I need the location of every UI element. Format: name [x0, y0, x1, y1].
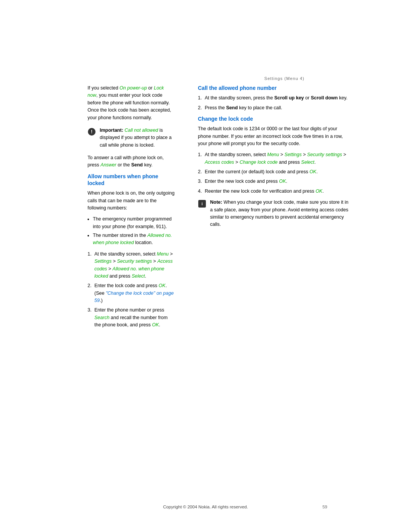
security-settings-link-1: Security settings — [117, 259, 152, 264]
allow-step-3: Enter the phone number or press Search a… — [88, 307, 175, 329]
search-link: Search — [94, 315, 110, 320]
ok-link-3: OK — [309, 169, 316, 174]
note-label: Note: — [210, 200, 222, 205]
page-number: 59 — [322, 505, 327, 509]
security-settings-link-2: Security settings — [307, 152, 342, 157]
call-step-1: At the standby screen, press the Scroll … — [198, 94, 350, 102]
page: Settings (Menu 4) If you selected On pow… — [0, 0, 411, 532]
settings-link-2: Settings — [285, 152, 302, 157]
lockcode-step-1: At the standby screen, select Menu > Set… — [198, 151, 350, 166]
call-not-allowed-link: Call not allowed — [124, 128, 158, 133]
ok-link-1: OK — [159, 283, 166, 288]
lockcode-step-3: Enter the new lock code and press OK. — [198, 178, 350, 185]
send-key-label: Send — [131, 162, 143, 168]
lockcode-note-box: i Note: When you change your lock code, … — [198, 199, 350, 228]
footer-copyright: Copyright © 2004 Nokia. All rights reser… — [163, 505, 248, 509]
lockcode-step-2: Enter the current (or default) lock code… — [198, 168, 350, 176]
ok-link-4: OK — [279, 179, 286, 184]
ok-link-2: OK — [152, 322, 159, 328]
important-label: Important: — [100, 128, 123, 133]
answer-link: Answer — [100, 162, 116, 168]
call-steps: At the standby screen, press the Scroll … — [198, 94, 350, 112]
change-lock-code-ref: "Change the lock code" on page 59 — [94, 291, 174, 303]
access-codes-link-2: Access codes — [205, 160, 234, 165]
settings-link-1: Settings — [94, 259, 112, 264]
intro-link-powerup: On power-up — [119, 85, 147, 91]
right-column: Call the allowed phone number At the sta… — [186, 85, 373, 333]
answer-paragraph: To answer a call with phone lock on, pre… — [88, 154, 175, 169]
note-icon: i — [198, 200, 207, 209]
left-column: If you selected On power-up or Lock now,… — [0, 85, 186, 333]
select-link-1: Select — [132, 273, 145, 279]
important-note-box: ! Important: Call not allowed is display… — [88, 127, 175, 149]
intro-paragraph: If you selected On power-up or Lock now,… — [88, 85, 175, 121]
svg-text:i: i — [201, 201, 202, 206]
menu-link-1: Menu — [157, 251, 169, 257]
scroll-down-key: Scroll down — [311, 95, 338, 101]
lockcode-note-text: Note: When you change your lock code, ma… — [210, 199, 350, 228]
select-link-2: Select — [301, 160, 314, 165]
bullet-emergency: The emergency number programmed into you… — [93, 216, 175, 230]
allow-step-2: Enter the lock code and press OK. (See "… — [88, 282, 175, 304]
send-key-2: Send — [226, 105, 238, 110]
call-step-2: Press the Send key to place the call. — [198, 104, 350, 112]
allow-steps: At the standby screen, select Menu > Set… — [88, 251, 175, 329]
important-icon: ! — [88, 128, 97, 137]
lockcode-intro-text: The default lock code is 1234 or 0000 or… — [198, 125, 350, 147]
header-title: Settings (Menu 4) — [264, 76, 304, 81]
important-note-text: Important: Call not allowed is displayed… — [100, 127, 175, 149]
svg-text:!: ! — [91, 129, 92, 134]
allow-bullets: The emergency number programmed into you… — [93, 216, 175, 247]
scroll-up-key: Scroll up key — [274, 95, 304, 101]
section-heading-allow: Allow numbers when phone locked — [88, 173, 175, 187]
menu-link-2: Menu — [267, 152, 279, 157]
section-heading-lockcode: Change the lock code — [198, 115, 350, 122]
page-header: Settings (Menu 4) — [0, 0, 411, 85]
lockcode-steps: At the standby screen, select Menu > Set… — [198, 151, 350, 195]
allow-intro-text: When phone lock is on, the only outgoing… — [88, 190, 175, 212]
ok-link-5: OK — [315, 189, 322, 194]
section-heading-call: Call the allowed phone number — [198, 85, 350, 91]
change-lock-link: Change lock code — [239, 160, 277, 165]
bullet-allowed-number: The number stored in the Allowed no. whe… — [93, 232, 175, 247]
lockcode-step-4: Reenter the new lock code for verificati… — [198, 188, 350, 195]
content-area: If you selected On power-up or Lock now,… — [0, 85, 411, 333]
allow-step-1: At the standby screen, select Menu > Set… — [88, 251, 175, 280]
allowed-no-link: Allowed no. when phone locked — [93, 233, 172, 245]
